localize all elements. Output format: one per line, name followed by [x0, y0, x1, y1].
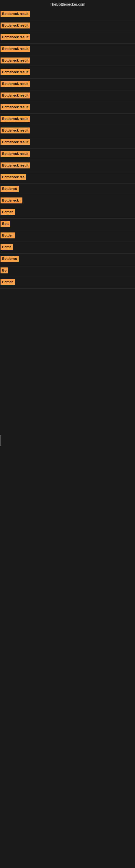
- bottleneck-result-bar[interactable]: Bottlenec: [1, 186, 18, 192]
- list-item: Bottleneck result: [0, 9, 135, 20]
- bottleneck-result-bar[interactable]: Bottlen: [1, 209, 15, 215]
- bottleneck-result-bar[interactable]: Bottleneck r: [1, 197, 22, 204]
- bottleneck-result-bar[interactable]: Bottlen: [1, 279, 15, 285]
- list-item: Bottleneck result: [0, 137, 135, 149]
- list-item: Bottleneck res: [0, 172, 135, 184]
- list-item: Bo: [0, 265, 135, 277]
- list-item: Bottleneck r: [0, 195, 135, 207]
- bottleneck-result-bar[interactable]: Bottleneck res: [1, 174, 26, 180]
- bottleneck-result-bar[interactable]: Bott: [1, 221, 10, 227]
- list-item: Bottleneck result: [0, 90, 135, 102]
- bottleneck-result-bar[interactable]: Bottleneck result: [1, 151, 30, 157]
- list-item: Bottleneck result: [0, 44, 135, 55]
- list-item: Bottleneck result: [0, 102, 135, 114]
- bottleneck-result-bar[interactable]: Bottlenec: [1, 256, 18, 262]
- bottleneck-result-bar[interactable]: Bottleneck result: [1, 81, 30, 87]
- list-item: Bottle: [0, 242, 135, 254]
- list-item: Bottleneck result: [0, 125, 135, 137]
- bottleneck-result-bar[interactable]: Bottleneck result: [1, 127, 30, 133]
- bottleneck-result-bar[interactable]: Bottleneck result: [1, 104, 30, 110]
- bottleneck-result-bar[interactable]: Bottleneck result: [1, 23, 30, 29]
- bottleneck-result-bar[interactable]: Bottlen: [1, 232, 15, 239]
- list-item: Bottlen: [0, 207, 135, 219]
- list-item: Bottlenec: [0, 184, 135, 195]
- bottleneck-result-bar[interactable]: Bo: [1, 268, 8, 273]
- list-item: Bottleneck result: [0, 32, 135, 44]
- bottleneck-result-bar[interactable]: Bottleneck result: [1, 139, 30, 145]
- bottleneck-result-bar[interactable]: Bottleneck result: [1, 69, 30, 75]
- site-title: TheBottlenecker.com: [0, 0, 135, 9]
- bottleneck-result-bar[interactable]: Bottleneck result: [1, 162, 30, 168]
- list-item: Bottlenec: [0, 254, 135, 265]
- bottleneck-result-bar[interactable]: Bottleneck result: [1, 11, 30, 17]
- list-item: Bottleneck result: [0, 114, 135, 125]
- bottleneck-result-bar[interactable]: Bottleneck result: [1, 93, 30, 98]
- list-item: Bottleneck result: [0, 79, 135, 90]
- list-item: Bott: [0, 219, 135, 230]
- bottleneck-result-bar[interactable]: Bottleneck result: [1, 46, 30, 52]
- bottleneck-result-bar[interactable]: Bottleneck result: [1, 34, 30, 40]
- list-item: Bottleneck result: [0, 20, 135, 32]
- list-item: Bottleneck result: [0, 149, 135, 160]
- bottleneck-result-bar[interactable]: Bottleneck result: [1, 58, 30, 63]
- list-item: Bottleneck result: [0, 67, 135, 79]
- list-item: Bottleneck result: [0, 55, 135, 67]
- list-item: Bottleneck result: [0, 160, 135, 172]
- list-item: Bottlen: [0, 277, 135, 289]
- bottleneck-result-bar[interactable]: Bottle: [1, 244, 13, 250]
- bottleneck-result-bar[interactable]: Bottleneck result: [1, 116, 30, 122]
- list-item: Bottlen: [0, 230, 135, 242]
